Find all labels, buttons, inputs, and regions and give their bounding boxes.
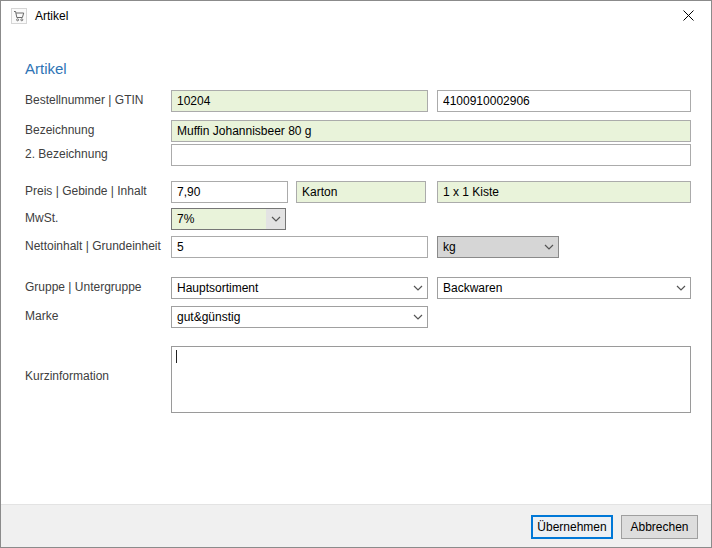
gruppe-select[interactable]: Hauptsortiment: [171, 277, 428, 299]
preis-input[interactable]: [171, 181, 288, 203]
chevron-down-icon: [408, 307, 427, 327]
abbrechen-button[interactable]: Abbrechen: [621, 515, 698, 539]
shopping-cart-icon: [11, 8, 27, 24]
mwst-select[interactable]: 7%: [171, 208, 286, 230]
grundeinheit-select[interactable]: kg: [437, 236, 559, 258]
preis-gebinde-inhalt-label: Preis | Gebinde | Inhalt: [25, 184, 147, 198]
marke-selected-value: gut&günstig: [172, 307, 408, 327]
bestellnummer-gtin-label: Bestellnummer | GTIN: [25, 93, 143, 107]
close-button[interactable]: [666, 2, 711, 30]
mwst-selected-value: 7%: [172, 209, 266, 229]
marke-select[interactable]: gut&günstig: [171, 306, 428, 328]
chevron-down-icon: [408, 278, 427, 298]
marke-label: Marke: [25, 309, 58, 323]
bezeichnung2-input[interactable]: [171, 144, 691, 166]
window-title: Artikel: [35, 9, 68, 23]
bezeichnung-input[interactable]: [171, 120, 691, 142]
bezeichnung2-label: 2. Bezeichnung: [25, 147, 108, 161]
untergruppe-select[interactable]: Backwaren: [437, 277, 691, 299]
close-icon: [683, 9, 694, 24]
chevron-down-icon: [539, 237, 558, 257]
chevron-down-icon: [671, 278, 690, 298]
mwst-label: MwSt.: [25, 211, 58, 225]
nettoinhalt-input[interactable]: [171, 236, 428, 258]
uebernehmen-button[interactable]: Übernehmen: [531, 515, 613, 539]
gebinde-input[interactable]: [296, 181, 426, 203]
bezeichnung-label: Bezeichnung: [25, 123, 94, 137]
gruppe-selected-value: Hauptsortiment: [172, 278, 408, 298]
kurzinformation-textarea[interactable]: [171, 346, 691, 413]
section-heading: Artikel: [25, 60, 67, 77]
bestellnummer-input[interactable]: [171, 90, 428, 112]
untergruppe-selected-value: Backwaren: [438, 278, 671, 298]
grundeinheit-selected-value: kg: [438, 237, 539, 257]
title-bar: Artikel: [1, 1, 711, 31]
inhalt-input[interactable]: [437, 181, 691, 203]
artikel-dialog: Artikel Artikel Bestellnummer | GTIN Bez…: [0, 0, 712, 548]
kurzinformation-label: Kurzinformation: [25, 369, 109, 383]
nettoinhalt-label: Nettoinhalt | Grundeinheit: [25, 239, 161, 253]
gruppe-label: Gruppe | Untergruppe: [25, 280, 142, 294]
chevron-down-icon: [266, 209, 285, 229]
text-caret: [176, 350, 177, 363]
gtin-input[interactable]: [437, 90, 691, 112]
